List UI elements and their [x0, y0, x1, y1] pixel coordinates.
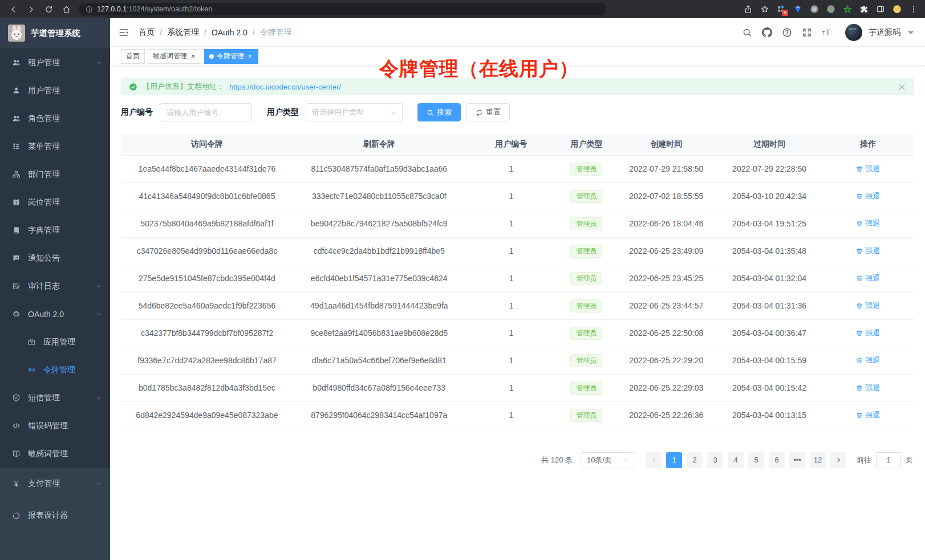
- breadcrumb-item[interactable]: OAuth 2.0: [212, 28, 248, 37]
- pagination-total: 共 120 条: [541, 455, 573, 465]
- font-size-icon[interactable]: TT: [822, 27, 832, 38]
- forward-icon[interactable]: [27, 5, 35, 14]
- site-info-icon[interactable]: [86, 6, 93, 13]
- force-logout-button[interactable]: 强退: [856, 301, 880, 311]
- page-button-12[interactable]: 12: [810, 452, 826, 468]
- split-view-icon[interactable]: [876, 5, 885, 14]
- sidebar-item-sensitive-word[interactable]: 敏感词管理: [0, 440, 110, 468]
- extensions-button[interactable]: 9: [777, 5, 786, 14]
- column-header: 用户编号: [465, 134, 557, 155]
- page-button-3[interactable]: 3: [707, 452, 723, 468]
- refresh-token-cell: b0df4980ffd34c67a08f9156e4eee733: [293, 374, 465, 401]
- page-button-...[interactable]: •••: [789, 452, 805, 468]
- sidebar-item-label: 字典管理: [28, 225, 102, 236]
- github-icon[interactable]: [762, 27, 772, 38]
- fullscreen-icon[interactable]: [802, 27, 812, 38]
- sidebar-item-oauth2[interactable]: OAuth 2.0: [0, 300, 110, 328]
- users-icon: [12, 58, 21, 67]
- emoji-avatar-icon[interactable]: [892, 5, 902, 14]
- username[interactable]: 芋道源码: [869, 27, 900, 38]
- back-icon[interactable]: [9, 5, 18, 14]
- user-type-select[interactable]: 请选择用户类型: [306, 103, 403, 121]
- force-logout-button[interactable]: 强退: [856, 191, 880, 201]
- home-icon[interactable]: [62, 5, 71, 14]
- page-button-5[interactable]: 5: [748, 452, 764, 468]
- force-logout-button[interactable]: 强退: [856, 246, 880, 256]
- tab-close-icon[interactable]: ×: [190, 52, 196, 60]
- user-avatar[interactable]: [845, 24, 862, 41]
- access-token-cell: c342377bf8b344799dcbf7bf095287f2: [121, 319, 293, 347]
- chevron-down-icon: [96, 481, 102, 486]
- sidebar-item-report-designer[interactable]: 报表设计器: [0, 500, 110, 531]
- force-logout-button[interactable]: 强退: [856, 328, 880, 338]
- check-circle-icon: [129, 83, 137, 91]
- app-logo[interactable]: 芋道管理系统: [0, 18, 110, 48]
- sidebar-item-tenant[interactable]: 租户管理: [0, 48, 110, 76]
- sidebar-item-user[interactable]: 用户管理: [0, 76, 110, 104]
- gem-icon[interactable]: [793, 5, 802, 14]
- caret-down-icon[interactable]: [906, 27, 916, 38]
- share-icon[interactable]: [744, 5, 753, 14]
- page-size-select[interactable]: 10条/页: [581, 452, 635, 468]
- sidebar-item-label: 部门管理: [28, 169, 102, 180]
- next-page-button[interactable]: [830, 452, 846, 468]
- trash-icon: [856, 220, 863, 227]
- sidebar-item-pay[interactable]: 支付管理: [0, 468, 110, 500]
- bookmark-star-icon[interactable]: [760, 5, 769, 14]
- page-button-1[interactable]: 1: [666, 452, 682, 468]
- tab-敏感词管理[interactable]: 敏感词管理×: [148, 49, 201, 64]
- sidebar-item-sms[interactable]: 短信管理: [0, 384, 110, 412]
- sidebar-item-error-code[interactable]: 错误码管理: [0, 412, 110, 440]
- user-id-input[interactable]: [160, 103, 252, 121]
- force-logout-button[interactable]: 强退: [856, 383, 880, 393]
- tab-close-icon[interactable]: ×: [247, 52, 253, 60]
- sidebar-item-label: 通知公告: [28, 253, 102, 263]
- tab-首页[interactable]: 首页: [121, 49, 145, 64]
- sidebar-item-notice[interactable]: 通知公告: [0, 244, 110, 272]
- browser-nav-buttons: [6, 5, 74, 14]
- menu-dots-icon[interactable]: [909, 5, 918, 14]
- page-button-2[interactable]: 2: [687, 452, 703, 468]
- force-logout-button[interactable]: 强退: [856, 355, 880, 366]
- breadcrumb-item[interactable]: 系统管理: [167, 27, 199, 38]
- puzzle-icon[interactable]: [859, 5, 869, 14]
- column-header: 过期时间: [717, 134, 822, 155]
- sidebar-item-role[interactable]: 角色管理: [0, 104, 110, 132]
- alert-doc-link[interactable]: https://doc.iocoder.cn/user-center/: [229, 83, 341, 91]
- sidebar-item-oauth2-app[interactable]: 应用管理: [0, 328, 110, 356]
- reset-button[interactable]: 重置: [466, 103, 510, 121]
- sidebar-item-menu[interactable]: 菜单管理: [0, 132, 110, 160]
- reload-icon[interactable]: [44, 5, 53, 14]
- force-logout-button[interactable]: 强退: [856, 410, 880, 420]
- user-id-cell: 1: [465, 401, 557, 429]
- tab-令牌管理[interactable]: 令牌管理×: [204, 49, 258, 64]
- breadcrumb-item[interactable]: 首页: [139, 27, 155, 38]
- force-logout-button[interactable]: 强退: [856, 218, 880, 229]
- create-time-cell: 2022-06-25 23:44:57: [616, 292, 717, 319]
- create-time-cell: 2022-06-25 22:29:03: [616, 374, 717, 401]
- sidebar-item-dept[interactable]: 部门管理: [0, 160, 110, 188]
- record-circle-icon[interactable]: [826, 5, 835, 14]
- page-button-4[interactable]: 4: [728, 452, 744, 468]
- prev-page-button[interactable]: [646, 452, 662, 468]
- breadcrumb: 首页/系统管理/OAuth 2.0/令牌管理: [139, 27, 292, 38]
- search-icon[interactable]: [742, 27, 752, 38]
- page-content: 【用户体系】文档地址： https://doc.iocoder.cn/user-…: [110, 66, 925, 560]
- sidebar-filler: [0, 531, 110, 560]
- force-logout-button[interactable]: 强退: [856, 273, 880, 283]
- sidebar-item-dict[interactable]: 字典管理: [0, 216, 110, 244]
- address-bar[interactable]: 127.0.0.1:1024/system/oauth2/token: [79, 3, 606, 15]
- sidebar-item-oauth2-token[interactable]: 令牌管理: [0, 356, 110, 384]
- close-icon[interactable]: [898, 83, 906, 91]
- goto-page-input[interactable]: [876, 452, 901, 468]
- search-form: 用户编号 用户类型 请选择用户类型 搜索 重置: [121, 103, 914, 121]
- help-icon[interactable]: [782, 27, 792, 38]
- page-button-6[interactable]: 6: [769, 452, 785, 468]
- sidebar-toggle-icon[interactable]: [118, 27, 129, 38]
- sidebar-item-post[interactable]: 1岗位管理: [0, 188, 110, 216]
- force-logout-button[interactable]: 强退: [856, 164, 880, 174]
- command-circle-icon[interactable]: ⌘: [810, 5, 819, 14]
- search-button[interactable]: 搜索: [417, 103, 461, 121]
- star-green-icon[interactable]: [843, 5, 852, 14]
- sidebar-item-audit-log[interactable]: 审计日志: [0, 272, 110, 300]
